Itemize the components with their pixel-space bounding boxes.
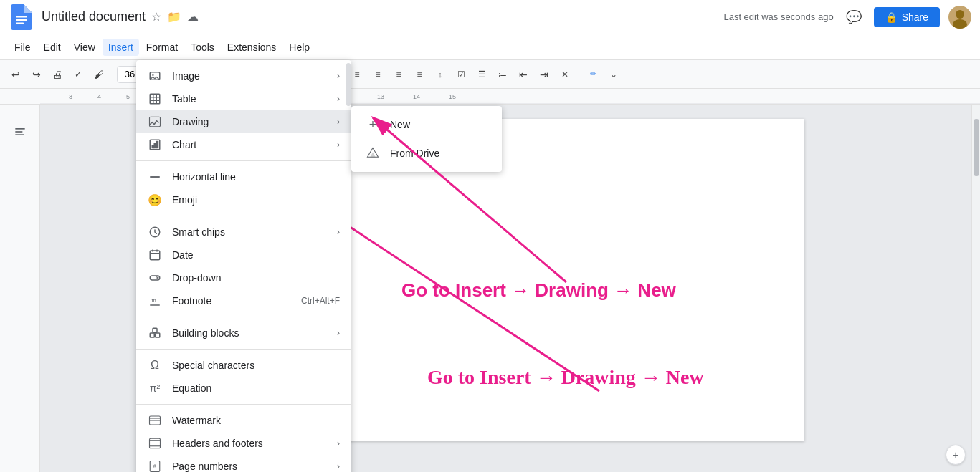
drawing-submenu: + New From Drive xyxy=(351,106,502,172)
numbered-list[interactable]: ≔ xyxy=(493,64,513,85)
insert-chart-item[interactable]: Chart › xyxy=(136,133,351,156)
title-right-area: Last edit was seconds ago 💬 🔒 Share xyxy=(723,6,971,29)
insert-page-numbers-label: Page numbers xyxy=(172,461,337,472)
paint-format-button[interactable]: 🖌 xyxy=(89,64,109,85)
insert-page-numbers-item[interactable]: # Page numbers › xyxy=(136,455,351,472)
menu-view[interactable]: View xyxy=(68,39,101,56)
lock-icon: 🔒 xyxy=(885,11,898,23)
undo-button[interactable]: ↩ xyxy=(6,64,26,85)
drawing-from-drive-label: From Drive xyxy=(390,148,439,159)
insert-drawing-item[interactable]: Drawing › xyxy=(136,110,351,133)
svg-rect-20 xyxy=(15,128,24,130)
user-avatar[interactable] xyxy=(948,6,971,29)
menu-help[interactable]: Help xyxy=(283,39,315,56)
insert-drawing-label: Drawing xyxy=(172,116,337,127)
clear-format[interactable]: ✕ xyxy=(555,64,575,85)
align-center[interactable]: ≡ xyxy=(368,64,388,85)
date-icon xyxy=(148,248,162,262)
menu-format[interactable]: Format xyxy=(141,39,184,56)
insert-table-item[interactable]: Table › xyxy=(136,87,351,110)
svg-rect-37 xyxy=(156,142,158,148)
insert-table-label: Table xyxy=(172,93,337,105)
indent-increase[interactable]: ⇥ xyxy=(534,64,554,85)
chart-arrow: › xyxy=(337,140,340,150)
divider-3 xyxy=(136,317,351,317)
smartchips-arrow: › xyxy=(337,227,340,237)
spellcheck-button[interactable]: ✓ xyxy=(68,64,88,85)
menu-file[interactable]: File xyxy=(9,39,37,56)
menu-insert[interactable]: Insert xyxy=(103,39,139,56)
insert-date-item[interactable]: Date xyxy=(136,244,351,266)
svg-rect-21 xyxy=(15,131,22,133)
insert-menu-dropdown: Image › Table › Drawing › Chart › Horizo… xyxy=(136,60,351,472)
drawing-arrow: › xyxy=(337,117,340,127)
page-numbers-arrow: › xyxy=(337,461,340,471)
bullet-list[interactable]: ☰ xyxy=(472,64,492,85)
insert-footnote-label: Footnote xyxy=(172,295,301,307)
align-justify[interactable]: ≡ xyxy=(409,64,429,85)
smartchips-icon xyxy=(148,225,162,239)
insert-watermark-item[interactable]: Watermark xyxy=(136,409,351,432)
menu-tools[interactable]: Tools xyxy=(185,39,220,56)
insert-emoji-item[interactable]: 😊 Emoji xyxy=(136,188,351,211)
insert-special-chars-item[interactable]: Ω Special characters xyxy=(136,354,351,377)
share-button[interactable]: 🔒 Share xyxy=(874,7,940,27)
menu-scroll-indicator[interactable]: ⌄ xyxy=(346,60,351,472)
doc-title[interactable]: Untitled document xyxy=(42,9,146,24)
comment-button[interactable]: 💬 xyxy=(842,6,865,29)
drawing-icon xyxy=(148,115,162,129)
insert-hline-label: Horizontal line xyxy=(172,171,340,183)
outline-icon[interactable] xyxy=(7,119,33,145)
scrollbar-vertical[interactable] xyxy=(971,105,980,472)
insert-hline-item[interactable]: Horizontal line xyxy=(136,165,351,188)
headers-arrow: › xyxy=(337,438,340,448)
svg-text:13: 13 xyxy=(377,93,384,100)
insert-footnote-item[interactable]: fn Footnote Ctrl+Alt+F xyxy=(136,289,351,312)
insert-image-item[interactable]: Image › xyxy=(136,64,351,87)
expand-button[interactable]: ⌄ xyxy=(604,64,624,85)
cloud-icon[interactable]: ☁ xyxy=(187,10,199,24)
docs-icon xyxy=(9,4,34,30)
print-button[interactable]: 🖨 xyxy=(47,64,67,85)
chart-icon xyxy=(148,138,162,152)
svg-rect-49 xyxy=(153,328,157,332)
folder-icon[interactable]: 📁 xyxy=(167,10,181,24)
menu-extensions[interactable]: Extensions xyxy=(222,39,282,56)
insert-equation-item[interactable]: π² Equation xyxy=(136,377,351,400)
image-arrow: › xyxy=(337,71,340,81)
insert-dropdown-label: Drop-down xyxy=(172,272,340,284)
table-icon xyxy=(148,92,162,106)
drawing-new-item[interactable]: + New xyxy=(351,110,502,139)
line-spacing[interactable]: ↕ xyxy=(430,64,450,85)
drawing-from-drive-item[interactable]: From Drive xyxy=(351,139,502,168)
image-icon xyxy=(148,69,162,83)
new-drawing-icon: + xyxy=(366,117,380,132)
zoom-button[interactable]: + xyxy=(946,445,966,465)
insert-headers-item[interactable]: Headers and footers › xyxy=(136,432,351,455)
footnote-shortcut: Ctrl+Alt+F xyxy=(301,296,340,306)
align-right[interactable]: ≡ xyxy=(389,64,409,85)
menu-edit[interactable]: Edit xyxy=(38,39,67,56)
insert-date-label: Date xyxy=(172,249,340,261)
menu-bar: File Edit View Insert Format Tools Exten… xyxy=(0,34,980,60)
footnote-icon: fn xyxy=(148,294,162,308)
insert-special-chars-label: Special characters xyxy=(172,360,340,371)
divider-1 xyxy=(136,160,351,161)
title-bar: Untitled document ☆ 📁 ☁ Last edit was se… xyxy=(0,0,980,34)
sidebar xyxy=(0,105,40,472)
drive-icon xyxy=(366,146,380,160)
checklist[interactable]: ☑ xyxy=(451,64,471,85)
indent-decrease[interactable]: ⇤ xyxy=(513,64,533,85)
emoji-icon: 😊 xyxy=(148,193,162,207)
drawing-new-label: New xyxy=(390,119,410,130)
svg-point-3 xyxy=(956,10,964,19)
insert-smartchips-item[interactable]: Smart chips › xyxy=(136,221,351,244)
star-icon[interactable]: ☆ xyxy=(151,10,161,24)
svg-text:3: 3 xyxy=(69,93,72,100)
insert-watermark-label: Watermark xyxy=(172,415,340,426)
redo-button[interactable]: ↪ xyxy=(27,64,47,85)
insert-building-blocks-item[interactable]: Building blocks › xyxy=(136,322,351,345)
editing-mode[interactable]: ✏ xyxy=(583,64,603,85)
insert-dropdown-item[interactable]: Drop-down xyxy=(136,266,351,289)
svg-rect-53 xyxy=(150,438,161,448)
